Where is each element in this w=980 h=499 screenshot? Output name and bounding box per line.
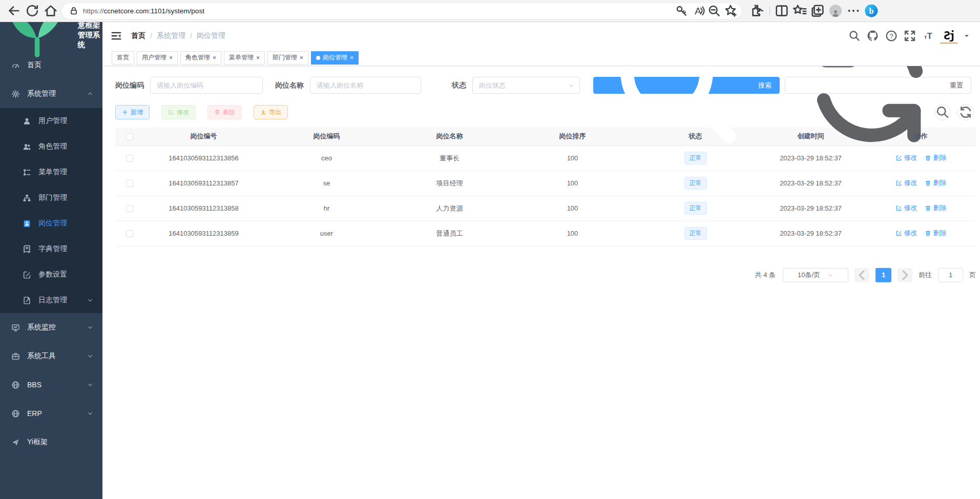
row-edit-link[interactable]: 修改	[895, 203, 918, 213]
select-all-checkbox[interactable]	[126, 133, 133, 140]
search-button[interactable]: 搜索	[593, 77, 780, 94]
favorites-icon[interactable]	[792, 3, 807, 18]
sidebar-item-BBS[interactable]: BBS	[0, 370, 102, 399]
tab-岗位管理[interactable]: 岗位管理×	[311, 51, 359, 65]
breadcrumb-item-首页[interactable]: 首页	[131, 31, 145, 40]
collapse-sidebar-icon[interactable]	[111, 30, 122, 41]
svg-text:A: A	[695, 6, 701, 16]
show-search-toggle-icon[interactable]	[934, 104, 951, 120]
send-icon	[11, 438, 20, 447]
row-delete-link[interactable]: 删除	[925, 203, 947, 213]
sidebar-item-ERP[interactable]: ERP	[0, 399, 102, 428]
post-code-input[interactable]	[150, 77, 263, 94]
reset-button[interactable]: 重置	[785, 77, 971, 94]
bing-chat-icon[interactable]: b	[864, 3, 879, 18]
row-delete-link[interactable]: 删除	[925, 153, 947, 162]
password-key-icon[interactable]	[674, 4, 689, 18]
row-checkbox[interactable]	[126, 180, 133, 187]
help-icon[interactable]: ?	[885, 29, 898, 43]
back-icon[interactable]	[6, 3, 22, 18]
row-checkbox[interactable]	[126, 205, 133, 212]
zoom-out-icon[interactable]	[707, 4, 721, 18]
sidebar-item-日志管理[interactable]: 日志管理	[0, 287, 102, 313]
fullscreen-icon[interactable]	[903, 29, 916, 43]
user-avatar[interactable]: Ƨj	[940, 28, 957, 44]
prev-page-icon[interactable]	[854, 268, 869, 282]
extensions-icon[interactable]	[750, 3, 765, 18]
row-delete-link[interactable]: 删除	[925, 228, 947, 238]
sidebar-item-label: 系统工具	[27, 351, 87, 361]
cell-post-id: 1641030593112313858	[143, 196, 264, 221]
table-row: 1641030593112313857se项目经理100正常2023-03-29…	[115, 171, 976, 196]
cell-post-name: 项目经理	[389, 171, 510, 196]
cell-created-time: 2023-03-29 18:52:37	[756, 196, 866, 221]
sidebar-item-Yi框架[interactable]: Yi框架	[0, 428, 102, 456]
row-edit-link[interactable]: 修改	[895, 153, 918, 162]
cell-post-code: user	[264, 221, 389, 246]
goto-page-input[interactable]	[938, 268, 963, 282]
reset-icon	[793, 66, 947, 162]
sidebar-item-label: 参数设置	[38, 270, 93, 279]
sidebar-item-系统管理[interactable]: 系统管理	[0, 79, 102, 108]
tab-部门管理[interactable]: 部门管理×	[267, 51, 308, 65]
tab-角色管理[interactable]: 角色管理×	[180, 51, 221, 65]
sidebar-item-label: 部门管理	[38, 193, 93, 202]
globe-icon	[11, 409, 20, 418]
close-tab-icon[interactable]: ×	[169, 55, 173, 61]
sidebar-item-角色管理[interactable]: 角色管理	[0, 134, 102, 159]
tab-菜单管理[interactable]: 菜单管理×	[224, 51, 265, 65]
row-checkbox[interactable]	[126, 230, 133, 237]
sidebar-item-菜单管理[interactable]: 菜单管理	[0, 159, 102, 185]
tab-用户管理[interactable]: 用户管理×	[137, 51, 178, 65]
avatar-caret-down-icon[interactable]	[964, 33, 970, 39]
profile-avatar[interactable]	[828, 3, 843, 18]
cell-post-id: 1641030593112313857	[143, 171, 264, 196]
row-checkbox[interactable]	[126, 155, 133, 162]
collections-icon[interactable]	[810, 3, 825, 18]
page-size-select[interactable]: 10条/页	[783, 268, 848, 282]
sidebar-item-label: 岗位管理	[38, 219, 93, 228]
sidebar-item-参数设置[interactable]: 参数设置	[0, 262, 102, 287]
refresh-table-icon[interactable]	[957, 104, 974, 120]
cell-post-sort: 100	[510, 196, 635, 221]
sidebar-item-系统监控[interactable]: 系统监控	[0, 313, 102, 342]
sidebar-item-字典管理[interactable]: 字典管理	[0, 236, 102, 262]
home-icon[interactable]	[43, 3, 58, 18]
read-aloud-icon[interactable]: A	[691, 4, 705, 18]
sidebar-item-岗位管理[interactable]: 岗位管理	[0, 211, 102, 236]
row-edit-link[interactable]: 修改	[895, 228, 918, 238]
edit-icon	[168, 109, 174, 115]
next-page-icon[interactable]	[898, 268, 912, 282]
address-bar[interactable]: https://ccnetcore.com:1101/system/post A	[61, 3, 742, 19]
sidebar-item-label: 系统监控	[27, 323, 87, 332]
export-button[interactable]: 导出	[254, 105, 288, 119]
column-header-岗位编码: 岗位编码	[264, 128, 389, 145]
chevron-down-icon	[87, 410, 93, 417]
delete-button[interactable]: 删除	[207, 105, 242, 119]
tab-首页[interactable]: 首页	[112, 51, 134, 65]
row-edit-link[interactable]: 修改	[895, 178, 918, 188]
sidebar-item-部门管理[interactable]: 部门管理	[0, 185, 102, 211]
url-text[interactable]: https://ccnetcore.com:1101/system/post	[83, 7, 670, 15]
more-menu-icon[interactable]	[846, 3, 861, 18]
add-favorite-icon[interactable]	[723, 4, 738, 18]
font-size-icon[interactable]: тT	[922, 29, 935, 43]
edit-button[interactable]: 修改	[161, 105, 196, 119]
close-tab-icon[interactable]: ×	[350, 55, 353, 61]
close-tab-icon[interactable]: ×	[300, 55, 303, 61]
status-select[interactable]: 岗位状态	[472, 77, 580, 94]
split-screen-icon[interactable]	[774, 3, 789, 18]
close-tab-icon[interactable]: ×	[256, 55, 260, 61]
sidebar-item-用户管理[interactable]: 用户管理	[0, 108, 102, 134]
row-delete-link[interactable]: 删除	[925, 178, 947, 188]
header-search-icon[interactable]	[848, 29, 861, 43]
github-icon[interactable]	[866, 29, 880, 43]
app-logo[interactable]: 意框架管理系统	[0, 22, 102, 48]
refresh-icon[interactable]	[25, 3, 40, 18]
page-number-1[interactable]: 1	[875, 268, 891, 282]
sidebar-item-系统工具[interactable]: 系统工具	[0, 342, 102, 370]
close-tab-icon[interactable]: ×	[213, 55, 216, 61]
add-button[interactable]: 新增	[115, 105, 150, 119]
post-name-input[interactable]	[310, 77, 421, 94]
cell-post-name: 董事长	[389, 145, 510, 171]
